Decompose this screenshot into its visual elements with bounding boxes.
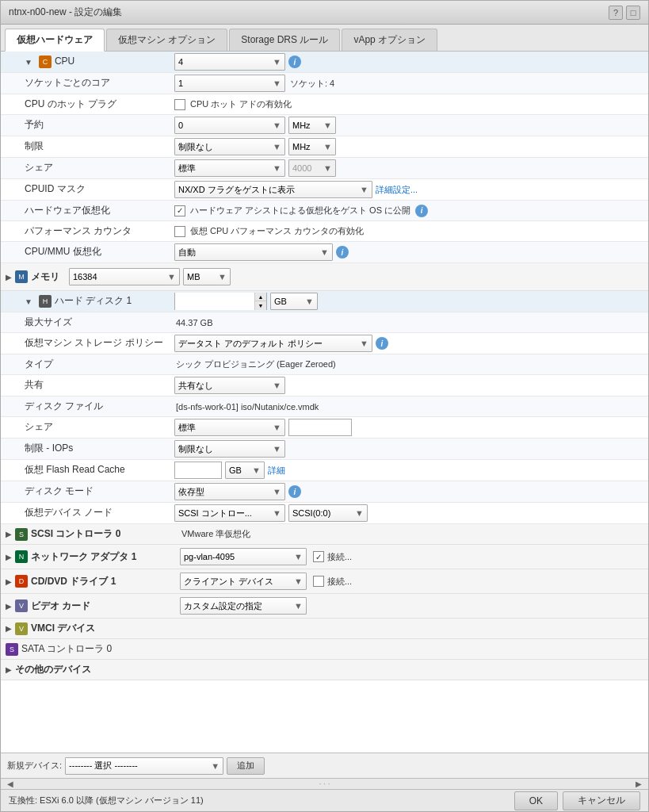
tab-vm-options[interactable]: 仮想マシン オプション: [106, 29, 227, 51]
reservation-unit-select[interactable]: MHz ▼: [288, 117, 336, 134]
storage-policy-content: データスト アのデフォルト ポリシー ▼ i: [171, 333, 648, 354]
memory-section-header[interactable]: ▶ M メモリ 16384 ▼ MB ▼: [1, 263, 648, 291]
storage-policy-label: 仮想マシン ストレージ ポリシー: [1, 334, 171, 353]
sata-section-header[interactable]: S SATA コントローラ 0: [1, 639, 648, 660]
help-button[interactable]: ?: [609, 6, 623, 20]
cores-per-socket-select[interactable]: 1 ▼: [174, 75, 285, 92]
cddvd-connect-label: 接続...: [326, 576, 353, 588]
cpu-mmu-select[interactable]: 自動 ▼: [174, 243, 333, 261]
cddvd-value-select[interactable]: クライアント デバイス ▼: [180, 573, 307, 590]
perf-counter-checkbox[interactable]: [174, 226, 185, 237]
cpu-mmu-info[interactable]: i: [336, 246, 349, 259]
iops-limit-select[interactable]: 制限なし ▼: [174, 440, 285, 458]
hdd-size-down[interactable]: ▼: [255, 301, 266, 310]
sharing-select[interactable]: 共有なし ▼: [174, 377, 285, 394]
network-value-select[interactable]: pg-vlan-4095 ▼: [180, 548, 307, 565]
scroll-left-arrow[interactable]: ◀: [4, 779, 17, 788]
disk-mode-row: ディスク モード 依存型 ▼ i: [1, 481, 648, 503]
bottom-bar: 新規デバイス: -------- 選択 -------- ▼ 追加: [1, 753, 648, 778]
content-spacer: [1, 680, 648, 728]
disk-mode-info[interactable]: i: [288, 485, 301, 498]
max-size-label: 最大サイズ: [1, 313, 171, 332]
limit-select[interactable]: 制限なし ▼: [174, 138, 285, 155]
hdd-size-spinners: ▲ ▼: [254, 293, 266, 310]
disk-mode-select[interactable]: 依存型 ▼: [174, 483, 285, 500]
video-icon: V: [15, 599, 28, 612]
cpu-shares-select[interactable]: 標準 ▼: [174, 159, 285, 177]
scroll-indicator: ◀ · · · ▶: [1, 778, 648, 789]
title-icons: ? □: [609, 6, 640, 20]
status-bar: 互換性: ESXi 6.0 以降 (仮想マシン バージョン 11) OK キャン…: [1, 789, 648, 811]
other-section-header[interactable]: ▶ その他のデバイス: [1, 660, 648, 680]
network-label: ネットワーク アダプタ 1: [31, 550, 174, 564]
hdd-shares-value-input[interactable]: 1,000: [288, 419, 352, 436]
flash-cache-link[interactable]: 詳細: [268, 465, 285, 477]
cpu-count-select[interactable]: 4 ▼: [174, 53, 285, 71]
resize-button[interactable]: □: [626, 6, 640, 20]
reservation-select[interactable]: 0 ▼: [174, 117, 285, 134]
memory-unit-select[interactable]: MB ▼: [183, 268, 231, 285]
network-connect-checkbox[interactable]: [313, 551, 324, 562]
add-button[interactable]: 追加: [227, 757, 265, 775]
hdd-size-spinner[interactable]: 6.93359375 ▲ ▼: [174, 293, 267, 310]
ok-button[interactable]: OK: [514, 791, 558, 810]
vmci-expand-icon: ▶: [6, 624, 12, 633]
hdd-section-header[interactable]: ▼ H ハード ディスク 1 6.93359375 ▲ ▼ GB ▼: [1, 291, 648, 312]
hw-virtualization-label: ハードウェア仮想化: [1, 201, 171, 220]
disk-type-row: タイプ シック プロビジョニング (Eager Zeroed): [1, 354, 648, 375]
hdd-size-up[interactable]: ▲: [255, 293, 266, 301]
cpuid-mask-link[interactable]: 詳細設定...: [376, 184, 418, 196]
cores-per-socket-label: ソケットごとのコア: [1, 74, 171, 93]
hdd-shares-label: シェア: [1, 418, 171, 437]
hw-virtualization-text: ハードウェア アシストによる仮想化をゲスト OS に公開: [189, 205, 412, 216]
memory-value-select[interactable]: 16384 ▼: [69, 268, 180, 285]
hdd-shares-content: 標準 ▼ 1,000: [171, 417, 648, 438]
video-value-select[interactable]: カスタム設定の指定 ▼: [180, 597, 307, 615]
flash-cache-unit-select[interactable]: GB ▼: [225, 462, 265, 479]
scsi-section-header[interactable]: ▶ S SCSI コントローラ 0 VMware 準仮想化: [1, 524, 648, 545]
hdd-unit-select[interactable]: GB ▼: [270, 293, 318, 310]
cddvd-icon: D: [15, 575, 28, 588]
hdd-expand-icon: ▼: [25, 297, 32, 307]
sata-icon: S: [6, 643, 18, 656]
tab-hardware[interactable]: 仮想ハードウェア: [5, 29, 105, 52]
cddvd-section-header[interactable]: ▶ D CD/DVD ドライブ 1 クライアント デバイス ▼ 接続...: [1, 569, 648, 594]
tab-vapp[interactable]: vApp オプション: [342, 29, 437, 51]
cpu-section-header[interactable]: ▼ C CPU 4 ▼ i: [1, 52, 648, 73]
hdd-shares-row: シェア 標準 ▼ 1,000: [1, 417, 648, 439]
scroll-right-arrow[interactable]: ▶: [632, 779, 645, 788]
hw-virtualization-checkbox[interactable]: [174, 205, 185, 216]
compatibility-text: 互換性: ESXi 6.0 以降 (仮想マシン バージョン 11): [9, 795, 204, 806]
hw-virtualization-info[interactable]: i: [415, 205, 428, 217]
vmci-section-header[interactable]: ▶ V VMCI デバイス: [1, 619, 648, 639]
virtual-device-node-content: SCSI コントロー... ▼ SCSI(0:0) ▼: [171, 503, 648, 523]
network-section-header[interactable]: ▶ N ネットワーク アダプタ 1 pg-vlan-4095 ▼ 接続...: [1, 545, 648, 569]
socket-count-text: ソケット: 4: [288, 78, 336, 90]
tab-storage-drs[interactable]: Storage DRS ルール: [229, 29, 340, 51]
cpu-hot-plug-checkbox[interactable]: [174, 99, 185, 110]
cancel-button[interactable]: キャンセル: [563, 791, 640, 810]
video-section-header[interactable]: ▶ V ビデオ カード カスタム設定の指定 ▼: [1, 594, 648, 619]
storage-policy-info[interactable]: i: [376, 337, 388, 350]
hdd-label: ハード ディスク 1: [55, 295, 132, 308]
hdd-shares-select[interactable]: 標準 ▼: [174, 419, 285, 436]
storage-policy-row: 仮想マシン ストレージ ポリシー データスト アのデフォルト ポリシー ▼ i: [1, 333, 648, 354]
disk-mode-label: ディスク モード: [1, 482, 171, 501]
cddvd-connect-checkbox[interactable]: [313, 576, 324, 587]
cddvd-expand-icon: ▶: [6, 577, 12, 586]
virtual-device-node-select1[interactable]: SCSI コントロー... ▼: [174, 504, 285, 522]
virtual-device-node-select2[interactable]: SCSI(0:0) ▼: [288, 504, 368, 522]
cpuid-mask-content: NX/XD フラグをゲストに表示 ▼ 詳細設定...: [171, 179, 648, 200]
hdd-size-input[interactable]: 6.93359375: [175, 293, 254, 310]
cpuid-mask-select[interactable]: NX/XD フラグをゲストに表示 ▼: [174, 181, 372, 198]
scsi-value: VMware 準仮想化: [180, 528, 252, 540]
limit-unit-select[interactable]: MHz ▼: [288, 138, 336, 155]
flash-cache-input[interactable]: 0: [174, 462, 222, 479]
storage-policy-select[interactable]: データスト アのデフォルト ポリシー ▼: [174, 335, 372, 352]
title-bar: ntnx-n00-new - 設定の編集 ? □: [1, 1, 648, 25]
flash-cache-label: 仮想 Flash Read Cache: [1, 461, 171, 480]
new-device-select[interactable]: -------- 選択 -------- ▼: [65, 757, 223, 775]
cpu-info-icon[interactable]: i: [288, 56, 301, 68]
new-device-area: 新規デバイス: -------- 選択 -------- ▼ 追加: [7, 757, 265, 775]
flash-cache-content: 0 GB ▼ 詳細: [171, 460, 648, 481]
